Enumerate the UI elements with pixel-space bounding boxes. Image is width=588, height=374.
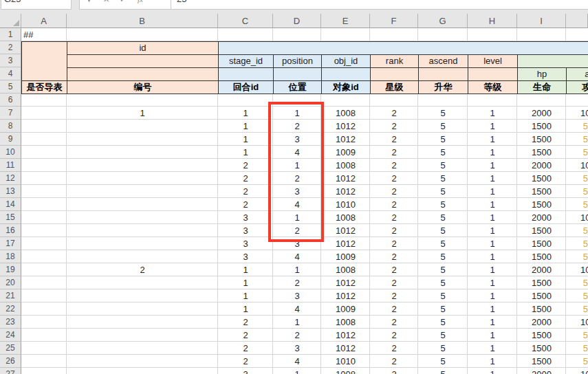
row-header-12[interactable]: 12: [0, 172, 21, 185]
row-header-21[interactable]: 21: [0, 289, 21, 302]
row-header-19[interactable]: 19: [0, 263, 21, 276]
cell-E14[interactable]: 1010: [321, 198, 370, 211]
cell-I12[interactable]: 1500: [517, 172, 566, 185]
name-box[interactable]: G25: [1, 0, 72, 10]
column-header-J[interactable]: [566, 14, 588, 28]
header-cell-B2[interactable]: id: [67, 41, 219, 55]
cell-F18[interactable]: 2: [370, 250, 418, 263]
header-cell-J5[interactable]: 攻击: [566, 80, 588, 94]
cell-C15[interactable]: 3: [218, 211, 273, 224]
cell-E26[interactable]: 1010: [321, 355, 370, 368]
cell-I15[interactable]: 2000: [517, 211, 566, 224]
cell-H21[interactable]: 1: [468, 289, 517, 302]
cell-F14[interactable]: 2: [370, 198, 418, 211]
cell-H25[interactable]: 1: [468, 342, 517, 355]
cell-J23[interactable]: 1000: [566, 316, 588, 329]
cell-G17[interactable]: 5: [418, 237, 468, 250]
column-header-A[interactable]: A: [21, 14, 67, 28]
row-header-13[interactable]: 13: [0, 185, 21, 198]
cell-G19[interactable]: 5: [418, 263, 468, 276]
header-cell-G5[interactable]: 升华: [418, 80, 468, 94]
cell-E15[interactable]: 1008: [321, 211, 370, 224]
row-header-11[interactable]: 11: [0, 159, 21, 172]
cell-G12[interactable]: 5: [418, 172, 468, 185]
cell-E21[interactable]: 1012: [321, 289, 370, 302]
cell-F9[interactable]: 2: [370, 133, 418, 146]
cell-I18[interactable]: 1500: [517, 250, 566, 263]
cell-E12[interactable]: 1012: [321, 172, 370, 185]
row-header-15[interactable]: 15: [0, 211, 21, 224]
cell-J18[interactable]: 500: [566, 250, 588, 263]
header-cell-D5[interactable]: 位置: [273, 80, 322, 94]
cell-E16[interactable]: 1012: [321, 224, 370, 237]
cell-F25[interactable]: 2: [370, 342, 418, 355]
cell-J12[interactable]: 500: [566, 172, 588, 185]
cell-C9[interactable]: 1: [218, 133, 273, 146]
cell-J17[interactable]: 500: [566, 237, 588, 250]
cell-H8[interactable]: 1: [468, 120, 517, 133]
cell-C27[interactable]: 3: [218, 368, 273, 374]
header-cell-F5[interactable]: 星级: [370, 80, 419, 94]
cell-I22[interactable]: 1500: [517, 302, 566, 316]
cell-G8[interactable]: 5: [418, 120, 468, 133]
row-header-22[interactable]: 22: [0, 302, 21, 316]
cell-C21[interactable]: 1: [218, 289, 273, 302]
cell-C16[interactable]: 3: [218, 224, 273, 237]
cell-D7[interactable]: 1: [273, 107, 321, 120]
header-cell-E5[interactable]: 对象id: [321, 80, 371, 94]
cell-J8[interactable]: 500: [566, 120, 588, 133]
cell-H23[interactable]: 1: [468, 316, 517, 329]
cell-F10[interactable]: 2: [370, 146, 418, 159]
cell-F17[interactable]: 2: [370, 237, 418, 250]
row-header-3[interactable]: 3: [0, 54, 21, 67]
column-header-H[interactable]: H: [468, 14, 517, 28]
cell-H7[interactable]: 1: [468, 107, 517, 120]
row-header-23[interactable]: 23: [0, 316, 21, 329]
cell-E22[interactable]: 1009: [321, 302, 370, 316]
row-header-8[interactable]: 8: [0, 120, 21, 133]
cell-H27[interactable]: 1: [468, 368, 517, 374]
cell-I10[interactable]: 1500: [517, 146, 566, 159]
header-cell-I3[interactable]: [517, 54, 588, 68]
cell-C12[interactable]: 2: [218, 172, 273, 185]
namebox-dropdown-icon[interactable]: ▼: [85, 0, 93, 3]
header-cell-E4[interactable]: [321, 67, 371, 81]
cell-E24[interactable]: 1012: [321, 329, 370, 342]
cell-D21[interactable]: 3: [273, 289, 321, 302]
cell-I11[interactable]: 2000: [517, 159, 566, 172]
header-cell-E3[interactable]: obj_id: [321, 54, 371, 68]
cell-C18[interactable]: 3: [218, 250, 273, 263]
cell-I17[interactable]: 1500: [517, 237, 566, 250]
row-header-17[interactable]: 17: [0, 237, 21, 250]
cell-E13[interactable]: 1012: [321, 185, 370, 198]
cell-G18[interactable]: 5: [418, 250, 468, 263]
header-cell-G4[interactable]: [418, 67, 468, 81]
cell-D9[interactable]: 3: [273, 133, 321, 146]
cell-I21[interactable]: 1500: [517, 289, 566, 302]
row-header-16[interactable]: 16: [0, 224, 21, 237]
cell-G14[interactable]: 5: [418, 198, 468, 211]
cell-C7[interactable]: 1: [218, 107, 273, 120]
cell-B7[interactable]: 1: [67, 107, 218, 120]
cell-G20[interactable]: 5: [418, 276, 468, 289]
row-header-20[interactable]: 20: [0, 276, 21, 289]
header-cell-H4[interactable]: [468, 67, 518, 81]
cell-I26[interactable]: 1500: [517, 355, 566, 368]
row-header-1[interactable]: 1: [0, 28, 21, 41]
cell-D25[interactable]: 3: [273, 342, 321, 355]
row-header-4[interactable]: 4: [0, 67, 21, 80]
header-cell-H5[interactable]: 等级: [468, 80, 518, 94]
header-cell-I5[interactable]: 生命: [517, 80, 567, 94]
cell-G26[interactable]: 5: [418, 355, 468, 368]
cell-I16[interactable]: 1500: [517, 224, 566, 237]
cell-H19[interactable]: 1: [468, 263, 517, 276]
cell-G22[interactable]: 5: [418, 302, 468, 316]
cell-H26[interactable]: 1: [468, 355, 517, 368]
cell-D11[interactable]: 1: [273, 159, 321, 172]
cell-J25[interactable]: 500: [566, 342, 588, 355]
header-cell-D3[interactable]: position: [273, 54, 322, 68]
row-header-26[interactable]: 26: [0, 355, 21, 368]
cell-J14[interactable]: 500: [566, 198, 588, 211]
cell-J20[interactable]: 500: [566, 276, 588, 289]
row-header-2[interactable]: 2: [0, 41, 21, 54]
